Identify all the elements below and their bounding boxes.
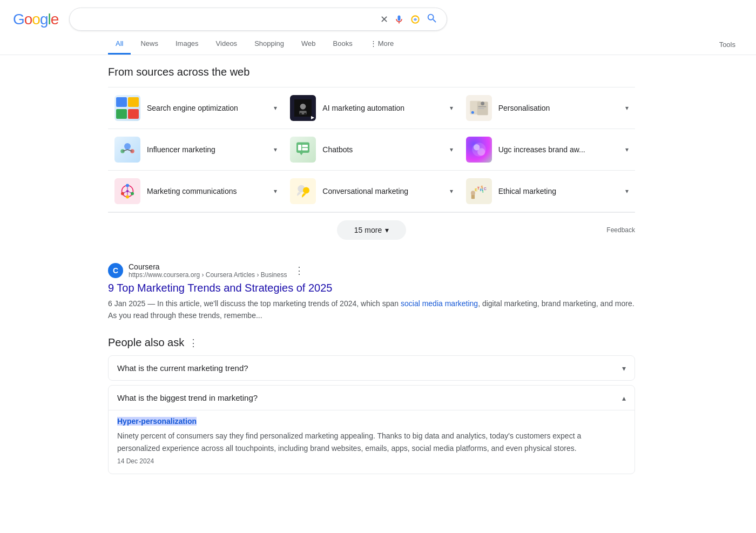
paa-answer-highlight: Hyper-personalization bbox=[117, 417, 197, 426]
topic-thumb-mktcomm bbox=[114, 178, 140, 204]
chevron-down-icon: ▾ bbox=[622, 364, 626, 373]
logo-g2: g bbox=[40, 11, 48, 28]
topic-label-ai: AI marketing automation bbox=[322, 104, 443, 112]
svg-point-36 bbox=[303, 187, 309, 194]
svg-line-32 bbox=[129, 192, 131, 193]
svg-point-8 bbox=[481, 102, 484, 105]
svg-rect-10 bbox=[478, 108, 484, 109]
chevron-down-icon: ▾ bbox=[625, 104, 629, 112]
topic-label-ugc: Ugc increases brand aw... bbox=[498, 145, 619, 154]
tab-books[interactable]: Books bbox=[326, 34, 360, 55]
svg-point-28 bbox=[121, 192, 124, 195]
result-snippet: 6 Jan 2025 — In this article, we'll disc… bbox=[108, 298, 635, 321]
source-url: https://www.coursera.org › Coursera Arti… bbox=[129, 271, 287, 279]
result-title[interactable]: 9 Top Marketing Trends and Strategies of… bbox=[108, 282, 635, 294]
dots-icon: ⋮ bbox=[370, 39, 377, 48]
tab-news[interactable]: News bbox=[133, 34, 166, 55]
topic-chatbots[interactable]: Chatbots ▾ bbox=[284, 129, 459, 171]
svg-point-12 bbox=[124, 143, 131, 150]
tools-tab[interactable]: Tools bbox=[712, 35, 743, 54]
chevron-down-icon: ▾ bbox=[450, 187, 453, 195]
topic-ugc[interactable]: Ugc increases brand aw... ▾ bbox=[460, 129, 635, 171]
topic-thumb-personalisation bbox=[466, 95, 492, 121]
search-result-coursera: C Coursera https://www.coursera.org › Co… bbox=[108, 262, 635, 321]
topic-label-influencer: Influencer marketing bbox=[147, 145, 267, 154]
logo-e: e bbox=[51, 11, 59, 28]
topic-conv[interactable]: Conversational marketing ▾ bbox=[284, 171, 459, 212]
source-name: Coursera bbox=[129, 262, 287, 271]
svg-point-5 bbox=[304, 113, 306, 115]
svg-marker-21 bbox=[300, 153, 303, 156]
svg-line-33 bbox=[124, 192, 126, 193]
more-button-label: 15 more bbox=[354, 226, 382, 234]
more-button-section: 15 more ▾ Feedback bbox=[108, 212, 635, 247]
feedback-link[interactable]: Feedback bbox=[606, 226, 635, 234]
show-more-button[interactable]: 15 more ▾ bbox=[337, 220, 406, 240]
chevron-down-icon: ▾ bbox=[625, 146, 629, 153]
snippet-link-social[interactable]: social media marketing bbox=[401, 299, 478, 308]
paa-answer-date: 14 Dec 2024 bbox=[117, 457, 626, 465]
topic-influencer[interactable]: Influencer marketing ▾ bbox=[108, 129, 284, 171]
topic-ai[interactable]: AI marketing automation ▾ bbox=[284, 87, 459, 129]
chevron-down-icon: ▾ bbox=[274, 187, 277, 195]
snippet-date: 6 Jan 2025 bbox=[108, 299, 145, 308]
paa-menu-dots[interactable]: ⋮ bbox=[188, 337, 198, 349]
topic-personalisation[interactable]: Personalisation ▾ bbox=[460, 87, 635, 129]
search-bar-wrap: latest marketing trends this year ✕ bbox=[69, 8, 447, 31]
svg-rect-9 bbox=[478, 106, 486, 107]
search-submit-button[interactable] bbox=[426, 12, 438, 26]
voice-search-button[interactable] bbox=[394, 14, 404, 25]
search-bar: latest marketing trends this year ✕ bbox=[69, 8, 447, 31]
topic-label-personalisation: Personalisation bbox=[498, 104, 619, 112]
search-input[interactable]: latest marketing trends this year bbox=[78, 15, 375, 24]
tab-images[interactable]: Images bbox=[168, 34, 206, 55]
result-source: C Coursera https://www.coursera.org › Co… bbox=[108, 262, 635, 279]
topic-mktcomm[interactable]: Marketing communications ▾ bbox=[108, 171, 284, 212]
svg-point-11 bbox=[471, 111, 474, 114]
tab-videos[interactable]: Videos bbox=[208, 34, 245, 55]
svg-rect-18 bbox=[298, 145, 301, 151]
topic-thumb-influencer bbox=[114, 137, 140, 163]
snippet-intro: — In this article, we'll discuss the top… bbox=[147, 299, 401, 308]
topic-seo[interactable]: Search engine optimization ▾ bbox=[108, 87, 284, 129]
svg-rect-19 bbox=[302, 145, 308, 147]
svg-text:S: S bbox=[481, 185, 483, 189]
source-icon-coursera: C bbox=[108, 263, 123, 278]
paa-question-q2[interactable]: What is the biggest trend in marketing? … bbox=[109, 386, 634, 410]
paa-answer-q2: Hyper-personalization Ninety percent of … bbox=[109, 410, 634, 474]
paa-question-text-q1: What is the current marketing trend? bbox=[117, 363, 248, 373]
header: Google latest marketing trends this year… bbox=[0, 0, 756, 31]
svg-point-24 bbox=[477, 148, 485, 156]
svg-text:C: C bbox=[483, 187, 486, 191]
lens-search-button[interactable] bbox=[410, 14, 421, 25]
topic-thumb-ugc bbox=[466, 137, 492, 163]
paa-question-q1[interactable]: What is the current marketing trend? ▾ bbox=[109, 356, 634, 380]
logo-o1: o bbox=[24, 11, 32, 28]
paa-question-text-q2: What is the biggest trend in marketing? bbox=[117, 393, 258, 402]
tab-web[interactable]: Web bbox=[294, 34, 323, 55]
paa-item-q2: What is the biggest trend in marketing? … bbox=[108, 385, 635, 474]
topic-label-ethical: Ethical marketing bbox=[498, 187, 619, 195]
result-menu-dots[interactable]: ⋮ bbox=[294, 265, 304, 276]
topic-ethical[interactable]: E T H I C S Ethical marketing ▾ bbox=[460, 171, 635, 212]
google-logo: Google bbox=[13, 11, 58, 28]
tab-shopping[interactable]: Shopping bbox=[247, 34, 292, 55]
paa-item-q1: What is the current marketing trend? ▾ bbox=[108, 355, 635, 381]
topic-thumb-conv bbox=[290, 178, 316, 204]
source-info: Coursera https://www.coursera.org › Cour… bbox=[129, 262, 287, 279]
svg-rect-20 bbox=[302, 148, 308, 151]
tab-more[interactable]: ⋮ More bbox=[362, 34, 402, 55]
tab-all[interactable]: All bbox=[108, 34, 131, 55]
topic-label-mktcomm: Marketing communications bbox=[147, 187, 267, 195]
clear-search-button[interactable]: ✕ bbox=[380, 14, 388, 25]
paa-title: People also ask bbox=[108, 336, 184, 349]
topic-label-conv: Conversational marketing bbox=[322, 187, 443, 195]
topic-thumb-chatbots bbox=[290, 137, 316, 163]
people-also-ask-section: People also ask ⋮ What is the current ma… bbox=[108, 336, 635, 474]
paa-answer-text: Ninety percent of consumers say they fin… bbox=[117, 430, 626, 454]
chevron-down-icon: ▾ bbox=[625, 187, 629, 195]
main-content: From sources across the web Search engin… bbox=[0, 55, 648, 496]
chevron-down-icon: ▾ bbox=[450, 146, 453, 153]
logo-o2: o bbox=[32, 11, 40, 28]
svg-point-4 bbox=[300, 113, 302, 115]
